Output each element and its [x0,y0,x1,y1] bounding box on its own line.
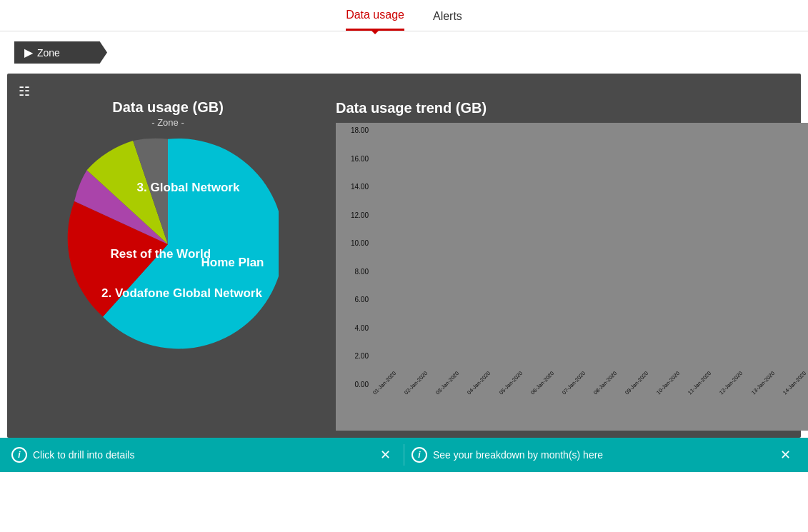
x-label-wrap: 05-Jan-2020 [498,388,528,428]
panel-header: ☷ [7,74,801,99]
right-chart: Data usage trend (GB) Clear all 0.002.00… [321,99,808,431]
x-labels: 01-Jan-202002-Jan-202003-Jan-202004-Jan-… [336,388,808,431]
info-divider [404,444,404,466]
info-right-icon: i [412,447,427,463]
y-axis-label: 14.00 [336,183,369,191]
tab-alerts[interactable]: Alerts [433,10,462,30]
x-label-wrap: 03-Jan-2020 [434,388,464,428]
y-axis-label: 8.00 [336,268,369,276]
zone-arrow-icon: ▶ [24,46,33,59]
svg-text:Rest of the World: Rest of the World [110,247,211,261]
x-label-wrap: 06-Jan-2020 [529,388,559,428]
x-label-wrap: 12-Jan-2020 [718,388,748,428]
info-right-text: See your breakdown by month(s) here [433,449,603,461]
y-axis-label: 6.00 [336,296,369,303]
left-chart-title: Data usage (GB) [112,99,224,116]
bar-chart-area: 0.002.004.006.008.0010.0012.0014.0016.00… [336,123,808,388]
y-axis: 0.002.004.006.008.0010.0012.0014.0016.00… [336,123,371,388]
left-chart: Data usage (GB) - Zone - [14,99,321,431]
y-axis-label: 10.00 [336,239,369,247]
x-label-wrap: 11-Jan-2020 [687,388,717,428]
y-axis-label: 2.00 [336,352,369,360]
x-label-wrap: 02-Jan-2020 [403,388,433,428]
pie-chart: Home Plan 2. Vodafone Global Network Res… [57,134,279,355]
svg-text:3. Global Network: 3. Global Network [137,181,240,194]
x-label-wrap: 13-Jan-2020 [750,388,780,428]
info-left-icon: i [11,447,27,463]
info-left: i Click to drill into details ✕ [11,447,396,463]
bars-container [371,130,808,388]
svg-text:2. Vodafone Global Network: 2. Vodafone Global Network [101,286,262,300]
charts-row: Data usage (GB) - Zone - [7,99,801,438]
y-axis-label: 12.00 [336,211,369,219]
x-label-wrap: 08-Jan-2020 [592,388,622,428]
y-axis-label: 18.00 [336,126,369,134]
bar-chart-wrapper: 0.002.004.006.008.0010.0012.0014.0016.00… [336,123,808,431]
info-bar: i Click to drill into details ✕ i See yo… [0,438,808,472]
x-label-wrap: 14-Jan-2020 [782,388,808,428]
x-label-wrap: 01-Jan-2020 [371,388,401,428]
info-right-close[interactable]: ✕ [774,447,797,463]
x-label-wrap: 09-Jan-2020 [624,388,654,428]
grid-icon: ☷ [19,84,30,99]
tabs-bar: Data usage Alerts [0,0,808,31]
info-right: i See your breakdown by month(s) here ✕ [412,447,797,463]
zone-bar: ▶ Zone [0,31,808,74]
tab-data-usage[interactable]: Data usage [346,9,404,31]
zone-tag[interactable]: ▶ Zone [14,41,107,64]
main-panel: ☷ Data usage (GB) - Zone - [7,74,801,438]
y-axis-label: 4.00 [336,324,369,332]
zone-label: Zone [37,47,60,59]
info-left-close[interactable]: ✕ [374,447,396,463]
right-chart-header: Data usage trend (GB) Clear all [336,99,808,117]
left-chart-subtitle: - Zone - [151,117,184,128]
x-label-wrap: 07-Jan-2020 [561,388,591,428]
right-chart-title: Data usage trend (GB) [336,100,487,116]
info-left-text: Click to drill into details [33,449,134,461]
x-label-wrap: 10-Jan-2020 [655,388,685,428]
y-axis-label: 0.00 [336,381,369,388]
y-axis-label: 16.00 [336,155,369,163]
x-label-wrap: 04-Jan-2020 [466,388,496,428]
